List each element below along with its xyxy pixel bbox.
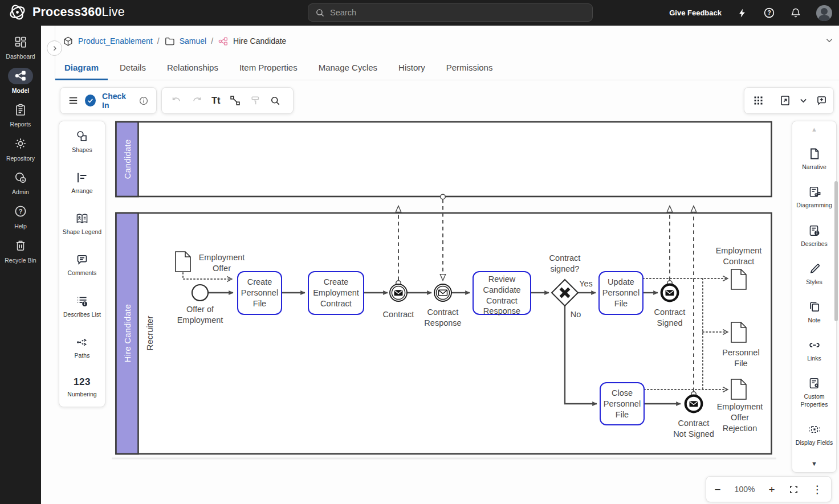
connector-tool-icon[interactable] bbox=[229, 95, 241, 106]
user-avatar[interactable] bbox=[816, 5, 832, 21]
tab-history[interactable]: History bbox=[389, 58, 434, 80]
styles-pen-icon bbox=[808, 262, 821, 276]
check-in-button[interactable]: Check In bbox=[102, 92, 132, 110]
tab-item-properties[interactable]: Item Properties bbox=[230, 58, 307, 80]
svg-text:Offer: Offer bbox=[213, 264, 231, 273]
tool-paths[interactable]: Paths bbox=[62, 335, 103, 359]
svg-text:Rejection: Rejection bbox=[723, 424, 757, 433]
panel-collapse-button[interactable] bbox=[47, 40, 62, 56]
give-feedback-button[interactable]: Give Feedback bbox=[669, 9, 722, 17]
breadcrumb-current-item: Hire Candidate bbox=[233, 36, 286, 46]
data-object-employment-offer[interactable] bbox=[176, 252, 190, 272]
add-comment-icon[interactable] bbox=[816, 95, 828, 106]
describes-list-icon bbox=[75, 294, 89, 308]
diagramming-icon bbox=[808, 185, 821, 199]
tab-relationships[interactable]: Relationships bbox=[158, 58, 227, 80]
breadcrumb-project-link[interactable]: Product_Enablement bbox=[78, 36, 153, 46]
tab-details[interactable]: Details bbox=[111, 58, 155, 80]
gateway-yes-label: Yes bbox=[579, 279, 593, 288]
svg-text:File: File bbox=[253, 299, 266, 308]
zoom-more-kebab-icon[interactable]: ⋮ bbox=[812, 484, 823, 495]
sidebar-item-model[interactable]: Model bbox=[0, 68, 41, 95]
svg-text:Personnel: Personnel bbox=[241, 288, 278, 297]
quick-actions-bolt-icon[interactable] bbox=[736, 7, 748, 19]
tool-custom-properties[interactable]: Custom Properties bbox=[794, 376, 835, 408]
zoom-out-button[interactable]: − bbox=[714, 484, 720, 495]
task-close-personnel-file[interactable]: Close Personnel File bbox=[600, 383, 644, 425]
task-update-personnel-file[interactable]: Update Personnel File bbox=[599, 272, 643, 314]
search-placeholder: Search bbox=[330, 8, 356, 17]
breadcrumb-folder-link[interactable]: Samuel bbox=[180, 36, 206, 46]
svg-text:Personnel: Personnel bbox=[722, 348, 759, 357]
shape-legend-book-icon bbox=[75, 212, 89, 226]
tool-shape-legend[interactable]: Shape Legend bbox=[62, 212, 103, 236]
tool-narrative[interactable]: Narrative bbox=[794, 147, 835, 171]
sidebar-item-dashboard[interactable]: Dashboard bbox=[0, 34, 41, 60]
tool-note[interactable]: Note bbox=[794, 300, 835, 324]
panel-scroll-up-icon[interactable]: ▲ bbox=[811, 126, 817, 133]
task-create-personnel-file[interactable]: Create Personnel File bbox=[238, 272, 282, 314]
redo-icon[interactable] bbox=[191, 95, 203, 106]
tool-describes[interactable]: Describes bbox=[794, 224, 835, 248]
process-model-icon bbox=[218, 36, 229, 47]
diagram-menu-hamburger-icon[interactable] bbox=[68, 95, 79, 106]
tool-links[interactable]: Links bbox=[794, 338, 835, 362]
panel-scroll-down-icon[interactable]: ▼ bbox=[811, 461, 817, 467]
svg-text:Not Signed: Not Signed bbox=[673, 429, 714, 439]
data-object-employment-offer-rejection[interactable] bbox=[731, 379, 746, 399]
chevron-down-icon bbox=[824, 35, 834, 46]
fullscreen-icon[interactable] bbox=[789, 485, 799, 494]
pool-hire-candidate[interactable]: Hire Candidate Recruiter bbox=[116, 213, 772, 454]
search-icon bbox=[315, 8, 325, 18]
help-icon[interactable]: ? bbox=[763, 7, 775, 19]
svg-text:Contract: Contract bbox=[383, 310, 414, 319]
dashboard-grid-icon bbox=[8, 34, 33, 50]
diagram-search-icon[interactable] bbox=[270, 95, 281, 106]
undo-icon[interactable] bbox=[170, 95, 182, 106]
tool-display-fields[interactable]: Display Fields bbox=[794, 423, 835, 446]
pool-candidate[interactable]: Candidate bbox=[116, 122, 772, 196]
data-object-employment-contract[interactable] bbox=[731, 269, 746, 289]
vertical-scrollbar[interactable] bbox=[834, 181, 838, 321]
text-tool-icon[interactable]: Tt bbox=[211, 95, 221, 106]
tool-describes-list[interactable]: Describes List bbox=[62, 294, 103, 318]
task-review-candidate-contract-response[interactable]: Review Candidate Contract Response bbox=[473, 272, 531, 315]
brand: Process360Live bbox=[8, 3, 125, 22]
tool-comments[interactable]: Comments bbox=[62, 253, 103, 277]
check-in-info-icon[interactable] bbox=[139, 96, 149, 106]
export-chevron-down-icon[interactable] bbox=[799, 96, 808, 105]
tool-styles[interactable]: Styles bbox=[794, 262, 835, 286]
sidebar-item-help[interactable]: ? Help bbox=[0, 203, 41, 230]
svg-text:Contract: Contract bbox=[320, 299, 352, 308]
apps-grid-icon[interactable] bbox=[752, 95, 764, 106]
svg-text:?: ? bbox=[19, 208, 23, 215]
svg-text:Candidate: Candidate bbox=[483, 285, 520, 294]
svg-text:Contract: Contract bbox=[549, 253, 581, 263]
sidebar-item-reports[interactable]: Reports bbox=[0, 101, 41, 128]
tool-arrange[interactable]: Arrange bbox=[62, 171, 103, 195]
svg-text:Create: Create bbox=[247, 277, 272, 286]
data-object-personnel-file[interactable] bbox=[731, 322, 746, 342]
sidebar-item-repository[interactable]: Repository bbox=[0, 136, 41, 162]
custom-properties-icon bbox=[808, 376, 821, 390]
tool-diagramming[interactable]: Diagramming bbox=[794, 185, 835, 209]
format-painter-icon[interactable] bbox=[250, 95, 261, 106]
svg-text:Employment: Employment bbox=[177, 315, 223, 325]
bpmn-diagram-canvas[interactable]: Candidate Hire Candidate Recruiter bbox=[108, 117, 781, 467]
tab-permissions[interactable]: Permissions bbox=[437, 58, 502, 80]
global-search-input[interactable]: Search bbox=[308, 3, 593, 22]
svg-text:signed?: signed? bbox=[551, 264, 580, 273]
notifications-bell-icon[interactable] bbox=[789, 7, 802, 19]
lane-recruiter-label: Recruiter bbox=[145, 316, 154, 351]
tool-numbering[interactable]: 123 Numbering bbox=[62, 376, 103, 398]
sidebar-item-admin[interactable]: Admin bbox=[0, 169, 41, 196]
zoom-in-button[interactable]: + bbox=[768, 484, 775, 495]
export-document-icon[interactable] bbox=[779, 95, 791, 106]
tab-manage-cycles[interactable]: Manage Cycles bbox=[309, 58, 386, 80]
tab-diagram[interactable]: Diagram bbox=[55, 58, 108, 80]
sidebar-item-recycle-bin[interactable]: Recycle Bin bbox=[0, 237, 41, 264]
task-create-employment-contract[interactable]: Create Employment Contract bbox=[308, 272, 364, 314]
svg-text:Response: Response bbox=[424, 318, 461, 327]
tool-shapes[interactable]: Shapes bbox=[62, 130, 103, 154]
header-collapse-caret[interactable] bbox=[824, 35, 834, 48]
